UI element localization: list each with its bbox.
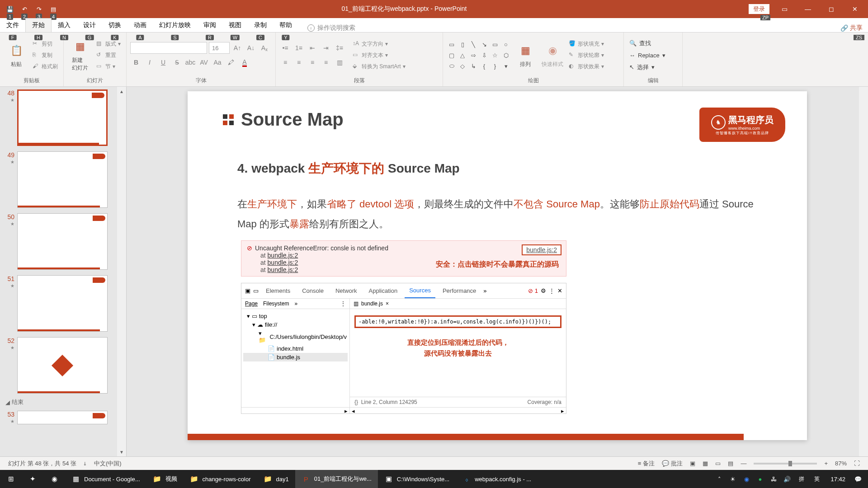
thumbnail-preview[interactable] <box>17 89 108 146</box>
case-icon[interactable]: Aa <box>212 56 223 68</box>
comments-button[interactable]: 💬 批注 <box>658 460 686 468</box>
clear-format-icon[interactable]: Aᵪ <box>259 42 270 54</box>
fit-to-window-icon[interactable]: ⛶ <box>850 460 863 467</box>
more-tabs-icon[interactable]: » <box>483 287 486 294</box>
cut-button[interactable]: ✂剪切 <box>31 39 60 49</box>
spacing-icon[interactable]: AV <box>198 56 210 68</box>
find-button[interactable]: 🔍查找 <box>627 38 667 49</box>
new-slide-button[interactable]: ▦新建 幻灯片 <box>67 37 93 73</box>
shape-callout-icon[interactable]: ⬭ <box>447 61 457 71</box>
thumbnail-preview[interactable] <box>17 337 108 394</box>
tray-chevron-icon[interactable]: ˄ <box>714 470 725 488</box>
normal-view-icon[interactable]: ▣ <box>686 460 699 467</box>
hscroll-right-icon[interactable]: ▸ <box>559 408 566 413</box>
thumbnail-preview[interactable] <box>17 151 108 208</box>
tab-help[interactable]: 帮助Y <box>273 19 298 32</box>
shape-more-icon[interactable]: ▾ <box>501 61 511 71</box>
maximize-icon[interactable]: ◻ <box>820 0 843 18</box>
inspect-icon[interactable]: ▣ <box>245 287 250 294</box>
shape-rect-icon[interactable]: ▭ <box>490 39 500 49</box>
tab-home[interactable]: 开始H <box>25 18 52 32</box>
decrease-indent-icon[interactable]: ⇤ <box>307 42 318 54</box>
task-folder-video[interactable]: 📁视频 <box>146 470 184 488</box>
shape-fill-button[interactable]: 🪣形状填充 ▾ <box>567 39 606 49</box>
error-count-badge[interactable]: ⊘ 1 <box>528 287 538 294</box>
thumbnail-49[interactable]: 49★ <box>0 149 126 211</box>
hscroll-right-icon[interactable]: ▸ <box>343 408 349 413</box>
shape-arrow-icon[interactable]: ↘ <box>479 39 489 49</box>
task-cmd[interactable]: ▣C:\Windows\Syste... <box>378 470 456 488</box>
zoom-level[interactable]: 87% <box>831 460 850 467</box>
task-app-1[interactable]: ✦ <box>22 470 43 488</box>
tree-file-index[interactable]: 📄 index.html <box>243 344 348 353</box>
save-icon[interactable]: 💾1 <box>4 4 16 14</box>
language-indicator[interactable]: 中文(中国) <box>90 460 125 468</box>
start-from-beginning-icon[interactable]: ▤4 <box>47 4 60 14</box>
dev-tab-sources[interactable]: Sources <box>405 283 435 298</box>
line-spacing-icon[interactable]: ‡≡ <box>334 42 345 54</box>
replace-button[interactable]: ↔Replace ▾ <box>627 51 667 60</box>
shape-lbrace-icon[interactable]: { <box>479 61 489 71</box>
undo-icon[interactable]: ↶2 <box>18 4 31 14</box>
tab-review[interactable]: 审阅R <box>197 19 222 32</box>
thumbnail-53[interactable]: 53★ <box>0 408 126 427</box>
clock[interactable]: 17:42 <box>826 476 850 483</box>
ribbon-display-icon[interactable]: ▭ <box>773 0 796 18</box>
tab-animations[interactable]: 动画A <box>127 19 153 32</box>
close-icon[interactable]: ✕ <box>844 0 866 18</box>
task-folder-day1[interactable]: 📁day1 <box>257 470 295 488</box>
editor-tab[interactable]: ▥bundle.js × <box>350 299 566 309</box>
slide-indicator[interactable]: 幻灯片 第 48 张，共 54 张 <box>5 460 80 468</box>
subtab-page[interactable]: Page <box>245 300 258 307</box>
sorter-view-icon[interactable]: ▦ <box>699 460 712 467</box>
device-icon[interactable]: ▭ <box>253 287 259 294</box>
tab-file[interactable]: 文件F <box>0 19 25 32</box>
thumbnail-preview[interactable] <box>17 275 108 332</box>
shape-rbrace-icon[interactable]: } <box>490 61 500 71</box>
slide[interactable]: Source Map ♞ 黑马程序员www.itheima.com 传智播客旗下… <box>188 91 807 440</box>
shape-darrow-icon[interactable]: ⇩ <box>479 50 489 60</box>
bold-icon[interactable]: B <box>130 56 142 68</box>
columns-icon[interactable]: ▥ <box>334 56 345 68</box>
text-direction-button[interactable]: ↕A文字方向 ▾ <box>351 39 407 49</box>
strike-icon[interactable]: S̶ <box>171 56 183 68</box>
underline-icon[interactable]: U <box>157 56 169 68</box>
align-left-icon[interactable]: ≡ <box>279 56 291 68</box>
align-center-icon[interactable]: ≡ <box>293 56 305 68</box>
tray-volume-icon[interactable]: 🔊 <box>782 470 793 488</box>
italic-icon[interactable]: I <box>144 56 156 68</box>
thumbnail-preview[interactable] <box>17 411 108 424</box>
copy-button[interactable]: ⎘复制 <box>31 51 60 60</box>
task-vscode[interactable]: ⬨webpack.config.js - ... <box>456 470 538 488</box>
task-chrome[interactable]: ▦Document - Google... <box>65 470 146 488</box>
spellcheck-icon[interactable]: ⫰ <box>80 460 90 467</box>
sidebar-menu-icon[interactable]: ⋮ <box>340 300 346 307</box>
task-folder-change[interactable]: 📁change-rows-color <box>184 470 257 488</box>
shape-connector-icon[interactable]: ↳ <box>468 61 478 71</box>
shape-rarrow-icon[interactable]: ⇨ <box>468 50 478 60</box>
shape-outline-button[interactable]: ✎形状轮廓 ▾ <box>567 51 606 60</box>
canvas-scrollbar[interactable] <box>859 87 868 456</box>
thumbnail-preview[interactable] <box>17 213 108 270</box>
dev-tab-performance[interactable]: Performance <box>438 284 481 298</box>
layout-button[interactable]: ▤版式 ▾ <box>94 39 123 49</box>
close-devtools-icon[interactable]: ✕ <box>557 287 562 294</box>
tab-design[interactable]: 设计G <box>77 19 102 32</box>
numbering-icon[interactable]: 1≡ <box>293 42 305 54</box>
ime-indicator-2[interactable]: 英 <box>811 475 823 483</box>
dev-tab-elements[interactable]: Elements <box>261 284 295 298</box>
tray-weather-icon[interactable]: ☀ <box>727 470 738 488</box>
align-text-button[interactable]: ▭对齐文本 ▾ <box>351 51 407 60</box>
decrease-font-icon[interactable]: A↓ <box>245 42 257 54</box>
thumbnail-48[interactable]: 48★ <box>0 87 126 149</box>
task-powerpoint[interactable]: P01_前端工程化与we... <box>295 470 378 488</box>
shape-hex-icon[interactable]: ⬡ <box>501 50 511 60</box>
tree-file-origin[interactable]: ▾ ☁ file:// <box>243 320 348 329</box>
font-color-icon[interactable]: A <box>239 56 250 68</box>
tray-app-icon[interactable]: ● <box>755 470 765 488</box>
tree-folder[interactable]: ▾ 📁 C:/Users/liulongbin/Desktop/v <box>243 329 348 344</box>
tab-recording[interactable]: 录制C <box>248 19 273 32</box>
shadow-icon[interactable]: abc <box>184 56 196 68</box>
format-icon[interactable]: {} <box>354 399 358 405</box>
tell-me-search[interactable]: ♀ 操作说明搜索 Q <box>307 24 355 32</box>
